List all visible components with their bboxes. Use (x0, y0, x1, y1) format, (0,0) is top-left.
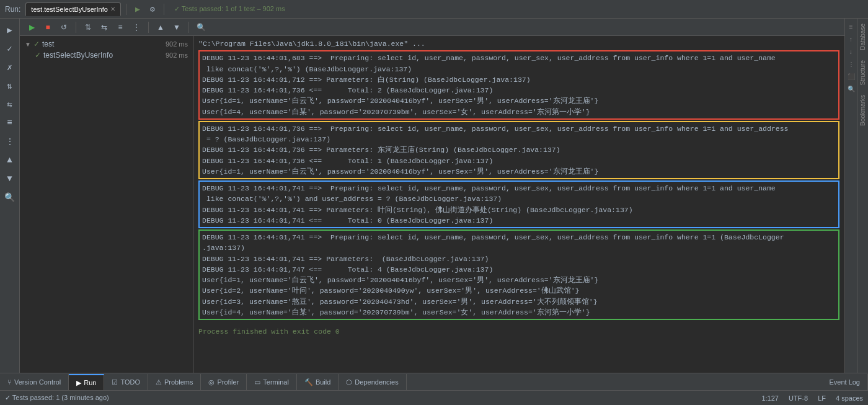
expand-button[interactable]: ⋮ (130, 20, 143, 34)
play-button[interactable]: ▶ (25, 20, 38, 34)
green-line-2: .java:137) (202, 243, 836, 253)
run-tab[interactable]: test.testSelectByUserInfo ✕ (25, 2, 121, 16)
yellow-line-3: DEBUG 11-23 16:44:01,736 ==> Parameters:… (202, 145, 836, 155)
down-button[interactable]: ▼ (170, 20, 184, 34)
filter-button[interactable]: ≡ (113, 20, 127, 34)
blue-line-2: like concat('%',?,'%') and user_address … (202, 194, 836, 204)
settings-icon[interactable]: ⚙ (146, 3, 159, 16)
right-icon-5[interactable]: ⬛ (846, 72, 856, 82)
bottom-tabs: ⑂ Version Control ▶ Run ☑ TODO ⚠ Problem… (0, 373, 868, 390)
problems-icon: ⚠ (156, 378, 162, 386)
right-icon-3[interactable]: ↓ (846, 47, 856, 57)
run-content: ▼ ✓ test 902 ms ✓ testSelectByUserInfo 9… (20, 36, 844, 373)
tab-build[interactable]: 🔨 Build (297, 374, 339, 390)
indent-status[interactable]: 4 spaces (836, 394, 863, 402)
tab-todo[interactable]: ☑ TODO (104, 374, 148, 390)
encoding-status[interactable]: UTF-8 (789, 394, 808, 402)
event-log-tab[interactable]: Event Log (822, 374, 868, 390)
output-box-red: DEBUG 11-23 16:44:01,683 ==> Preparing: … (198, 50, 839, 120)
dependencies-label: Dependencies (355, 378, 398, 386)
sidebar-icon-2[interactable]: ✓ (1, 40, 19, 57)
run-icon: ▶ (76, 379, 81, 387)
green-line-8: User{id=4, userName='白某', password='2020… (202, 307, 836, 318)
yellow-line-1: DEBUG 11-23 16:44:01,736 ==> Preparing: … (202, 123, 836, 134)
structure-label[interactable]: Structure (859, 58, 866, 88)
todo-label: TODO (120, 378, 140, 386)
sort-asc-button[interactable]: ⇅ (81, 20, 95, 34)
tab-dependencies[interactable]: ⬡ Dependencies (339, 374, 406, 390)
blue-line-3: DEBUG 11-23 16:44:01,741 ==> Parameters:… (202, 205, 836, 215)
tab-problems[interactable]: ⚠ Problems (148, 374, 201, 390)
profiler-icon: ◎ (208, 378, 215, 386)
right-icon-2[interactable]: ↑ (846, 35, 856, 45)
red-line-3: DEBUG 11-23 16:44:01,712 ==> Parameters:… (202, 74, 836, 85)
test-pass-status: ✓ Tests passed: 1 (3 minutes ago) (5, 394, 109, 402)
run-button[interactable]: ▶ (131, 3, 144, 16)
line-col-status[interactable]: 1:127 (761, 394, 779, 402)
right-icon-6[interactable]: 🔍 (846, 84, 856, 94)
profiler-label: Profiler (217, 378, 239, 386)
tab-terminal[interactable]: ▭ Terminal (247, 374, 297, 390)
tree-item-method[interactable]: ✓ testSelectByUserInfo 902 ms (20, 50, 193, 61)
right-icon-4[interactable]: ⋮ (846, 60, 856, 69)
close-icon[interactable]: ✕ (110, 6, 115, 12)
todo-icon: ☑ (112, 378, 118, 386)
yellow-line-5: User{id=1, userName='白云飞', password='202… (202, 166, 836, 177)
search-button[interactable]: 🔍 (194, 20, 208, 34)
cmd-line: "C:\Program Files\Java\jdk1.8.0_181\bin\… (198, 38, 839, 49)
right-sidebar: ≡ ↑ ↓ ⋮ ⬛ 🔍 (844, 19, 857, 373)
tab-version-control[interactable]: ⑂ Version Control (0, 374, 69, 390)
tree-label-test: test (42, 40, 54, 48)
run-tab-label: Run (84, 379, 96, 386)
terminal-label: Terminal (263, 378, 289, 386)
sidebar-icon-1[interactable]: ▶ (1, 21, 19, 38)
green-line-6: User{id=2, userName='叶问', password='2020… (202, 285, 836, 296)
output-panel[interactable]: "C:\Program Files\Java\jdk1.8.0_181\bin\… (193, 36, 844, 373)
run-label: Run: (5, 5, 20, 14)
stop-button[interactable]: ■ (41, 20, 55, 34)
sidebar-icon-down[interactable]: ▼ (1, 170, 19, 187)
right-icon-1[interactable]: ≡ (846, 22, 856, 32)
tab-name: test.testSelectByUserInfo (31, 6, 108, 13)
far-right-sidebar: Database Structure Bookmarks (857, 19, 868, 373)
dependencies-icon: ⬡ (346, 378, 352, 386)
sep2 (148, 22, 149, 33)
blue-line-1: DEBUG 11-23 16:44:01,741 ==> Preparing: … (202, 183, 836, 194)
version-control-label: Version Control (14, 378, 61, 386)
red-line-1: DEBUG 11-23 16:44:01,683 ==> Preparing: … (202, 53, 836, 63)
sidebar-icon-sort[interactable]: ⇅ (1, 77, 19, 94)
output-box-blue: DEBUG 11-23 16:44:01,741 ==> Preparing: … (198, 180, 839, 228)
green-line-4: DEBUG 11-23 16:44:01,747 <== Total: 4 (B… (202, 264, 836, 275)
blue-line-4: DEBUG 11-23 16:44:01,741 <== Total: 0 (B… (202, 215, 836, 226)
line-sep-status[interactable]: LF (818, 394, 826, 402)
tree-label-method: testSelectByUserInfo (43, 51, 113, 60)
run-status: ✓ Tests passed: 1 of 1 test – 902 ms (174, 5, 285, 13)
bookmarks-label[interactable]: Bookmarks (859, 92, 866, 128)
tree-item-test[interactable]: ▼ ✓ test 902 ms (20, 38, 193, 50)
tab-profiler[interactable]: ◎ Profiler (201, 374, 247, 390)
yellow-line-2: = ? (BaseJdbcLogger.java:137) (202, 134, 836, 145)
sidebar-icon-3[interactable]: ✗ (1, 58, 19, 76)
sidebar-icon-up[interactable]: ▲ (1, 151, 19, 169)
run-toolbar: ▶ ■ ↺ ⇅ ⇆ ≡ ⋮ ▲ ▼ 🔍 (20, 19, 844, 36)
tree-time-method: 902 ms (166, 51, 188, 59)
rerun-button[interactable]: ↺ (57, 20, 71, 34)
green-line-7: User{id=3, userName='憨豆', password='2020… (202, 296, 836, 307)
main-area: ▶ ✓ ✗ ⇅ ⇆ ≡ ⋮ ▲ ▼ 🔍 ▶ ■ ↺ ⇅ ⇆ ≡ ⋮ ▲ ▼ 🔍 (0, 19, 868, 373)
database-label[interactable]: Database (859, 21, 866, 53)
yellow-line-4: DEBUG 11-23 16:44:01,736 <== Total: 1 (B… (202, 156, 836, 166)
green-line-1: DEBUG 11-23 16:44:01,741 ==> Preparing: … (202, 232, 836, 243)
sidebar-icon-align2[interactable]: ⋮ (1, 133, 19, 150)
build-label: Build (316, 378, 330, 386)
sort-desc-button[interactable]: ⇆ (97, 20, 111, 34)
status-bar: ✓ Tests passed: 1 (3 minutes ago) 1:127 … (0, 390, 868, 405)
up-button[interactable]: ▲ (154, 20, 167, 34)
sidebar-icon-sort2[interactable]: ⇆ (1, 96, 19, 113)
problems-label: Problems (164, 378, 193, 386)
tab-run[interactable]: ▶ Run (69, 374, 104, 390)
green-line-5: User{id=1, userName='白云飞', password='202… (202, 275, 836, 285)
sidebar-icon-align[interactable]: ≡ (1, 114, 19, 131)
sidebar-icon-search[interactable]: 🔍 (1, 189, 19, 206)
event-log-label: Event Log (829, 378, 860, 386)
tree-time-test: 902 ms (166, 40, 188, 48)
